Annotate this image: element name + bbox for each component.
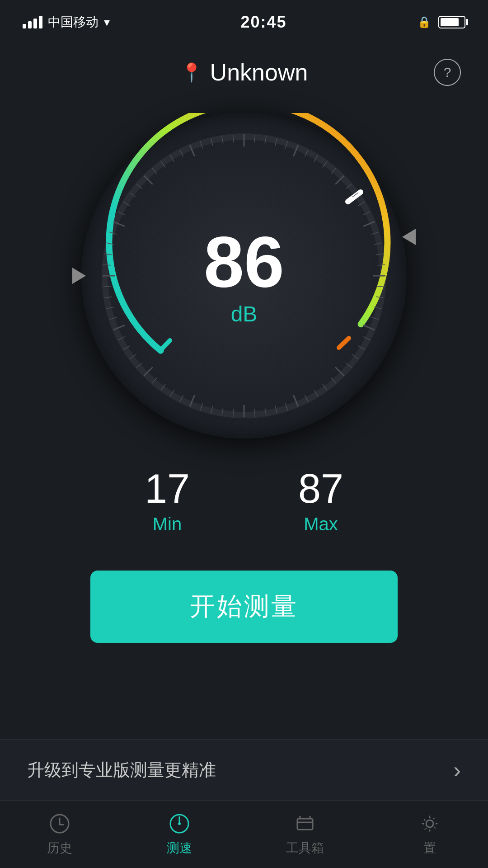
minmax-section: 17 Min 87 Max bbox=[0, 466, 488, 534]
wifi-icon: ▾ bbox=[104, 15, 110, 29]
carrier-label: 中国移动 bbox=[48, 14, 99, 31]
upgrade-banner[interactable]: 升级到专业版测量更精准 › bbox=[0, 739, 488, 800]
settings-icon bbox=[418, 812, 441, 835]
signal-icon bbox=[23, 16, 42, 28]
help-icon: ? bbox=[444, 65, 451, 80]
gauge-outer-ring: 86 dB bbox=[81, 113, 407, 439]
max-item: 87 Max bbox=[298, 466, 343, 534]
lock-icon: 🔒 bbox=[418, 16, 431, 28]
start-button[interactable]: 开始测量 bbox=[90, 571, 398, 643]
header: 📍 Unknown ? bbox=[0, 36, 488, 95]
history-icon bbox=[48, 812, 71, 835]
tab-speed[interactable]: 测速 bbox=[167, 812, 192, 857]
tools-icon bbox=[294, 812, 316, 835]
status-time: 20:45 bbox=[240, 13, 286, 32]
location-label: Unknown bbox=[210, 59, 308, 86]
upgrade-arrow-icon: › bbox=[453, 757, 461, 783]
tab-history[interactable]: 历史 bbox=[47, 812, 72, 857]
gauge-center: 86 dB bbox=[204, 226, 284, 326]
max-value: 87 bbox=[298, 466, 343, 512]
svg-point-86 bbox=[178, 822, 181, 825]
svg-point-91 bbox=[426, 820, 433, 827]
tab-settings-label: 置 bbox=[423, 840, 436, 857]
svg-rect-87 bbox=[297, 819, 313, 830]
upgrade-text: 升级到专业版测量更精准 bbox=[27, 759, 216, 782]
tab-speed-label: 测速 bbox=[167, 840, 192, 857]
location-area: 📍 Unknown bbox=[180, 59, 308, 86]
max-label: Max bbox=[298, 514, 343, 534]
min-label: Min bbox=[145, 514, 190, 534]
speed-icon bbox=[168, 812, 191, 835]
gauge-container: 86 dB bbox=[81, 113, 407, 439]
tab-bar: 历史 测速 工具箱 置 bbox=[0, 800, 488, 868]
gauge-unit: dB bbox=[204, 302, 284, 326]
status-right: 🔒 bbox=[418, 16, 465, 28]
tab-tools-label: 工具箱 bbox=[286, 840, 324, 857]
tab-tools[interactable]: 工具箱 bbox=[286, 812, 324, 857]
left-triangle bbox=[72, 268, 86, 284]
min-item: 17 Min bbox=[145, 466, 190, 534]
tab-history-label: 历史 bbox=[47, 840, 72, 857]
status-bar: 中国移动 ▾ 20:45 🔒 bbox=[0, 0, 488, 36]
svg-line-2 bbox=[339, 338, 349, 348]
svg-line-1 bbox=[160, 340, 170, 350]
status-left: 中国移动 ▾ bbox=[23, 14, 110, 31]
tab-settings[interactable]: 置 bbox=[418, 812, 441, 857]
right-triangle bbox=[402, 229, 416, 245]
battery-icon bbox=[438, 16, 465, 28]
help-button[interactable]: ? bbox=[434, 59, 461, 86]
location-pin-icon: 📍 bbox=[180, 62, 203, 83]
min-value: 17 bbox=[145, 466, 190, 512]
gauge-value: 86 bbox=[204, 226, 284, 298]
